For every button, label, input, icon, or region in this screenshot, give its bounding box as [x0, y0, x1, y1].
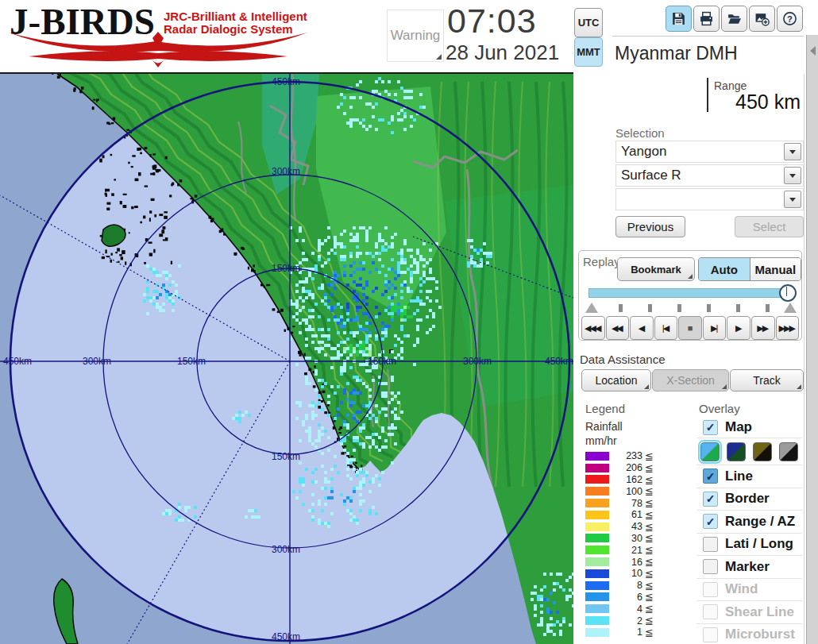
- step-forward-button[interactable]: ▶|: [703, 316, 727, 340]
- ring-label-450-left: 450km: [3, 356, 32, 367]
- overlay-row-lati-long[interactable]: Lati / Long: [696, 533, 802, 556]
- step-backward-button[interactable]: |◀: [654, 316, 678, 340]
- line-checkbox[interactable]: [703, 469, 718, 484]
- legend-operator: ≦: [645, 603, 654, 615]
- map-style-blue-green[interactable]: [700, 442, 720, 461]
- legend-color-swatch: [585, 464, 609, 472]
- overlay-row-line[interactable]: Line: [696, 465, 802, 488]
- legend-operator: ≦: [645, 462, 654, 474]
- x-section-button[interactable]: X-Section: [652, 369, 729, 391]
- help-button[interactable]: ?: [777, 6, 803, 32]
- dropdown-corner-icon: [688, 274, 693, 279]
- ring-label-450-top: 450km: [272, 76, 300, 87]
- replay-slider-handle[interactable]: [779, 284, 797, 302]
- border-checkbox[interactable]: [703, 492, 718, 507]
- legend-value: 162: [609, 474, 642, 485]
- legend-color-swatch: [585, 452, 609, 461]
- add-image-button[interactable]: [749, 6, 775, 32]
- extra-dropdown-button[interactable]: [784, 191, 801, 208]
- save-button[interactable]: [666, 6, 692, 32]
- timezone-utc-button[interactable]: UTC: [574, 8, 603, 37]
- range-start-marker[interactable]: [585, 303, 598, 313]
- warning-button[interactable]: Warning: [387, 10, 444, 62]
- play-button[interactable]: ▶: [727, 316, 750, 340]
- legend-section-label: Legend: [585, 402, 625, 415]
- legend-value: 61: [609, 509, 642, 520]
- ring-label-450-bottom: 450km: [272, 631, 300, 642]
- auto-mode-button[interactable]: Auto: [699, 258, 750, 280]
- chevron-down-icon: [789, 174, 796, 178]
- legend-color-swatch: [585, 616, 609, 625]
- dropdown-corner-icon: [436, 54, 442, 60]
- ring-label-300-left: 300km: [83, 356, 111, 367]
- track-button[interactable]: Track: [730, 369, 804, 391]
- legend-item: 10≦: [585, 568, 681, 580]
- previous-button[interactable]: Previous: [615, 216, 685, 237]
- legend-value: 4: [609, 604, 642, 615]
- range-value: 450 km: [693, 91, 801, 114]
- product-dropdown-button[interactable]: [784, 167, 801, 184]
- overlay-row-marker[interactable]: Marker: [696, 555, 802, 578]
- toolbar-separator: [612, 36, 804, 37]
- control-panel: Range 450 km Selection Yangon Surface R …: [573, 74, 804, 644]
- legend-item: 100≦: [585, 485, 681, 497]
- legend-item: 6≦: [585, 592, 681, 604]
- radar-map-canvas[interactable]: 450km 300km 150km 150km 300km 450km 450k…: [0, 72, 573, 644]
- panel-collapse-strip[interactable]: [806, 35, 818, 644]
- forward-triple-button[interactable]: ▶▶▶: [776, 316, 800, 340]
- forward-double-button[interactable]: ▶▶: [751, 316, 775, 340]
- select-button[interactable]: Select: [735, 216, 804, 237]
- microburst-checkbox: [703, 627, 718, 642]
- bookmark-label: Bookmark: [631, 264, 681, 276]
- open-folder-button[interactable]: [721, 6, 747, 32]
- tick-mark: [648, 304, 652, 312]
- save-icon: [671, 11, 686, 26]
- legend-operator: ≦: [645, 509, 654, 521]
- legend-value: 10: [609, 568, 642, 579]
- site-dropdown-button[interactable]: [784, 143, 801, 160]
- stop-button[interactable]: ■: [678, 316, 702, 340]
- location-button[interactable]: Location: [581, 369, 651, 391]
- map-style-gray-black[interactable]: [779, 442, 798, 461]
- marker-checkbox[interactable]: [703, 559, 718, 574]
- legend-color-swatch: [585, 557, 609, 566]
- map-checkbox[interactable]: [703, 420, 718, 435]
- replay-slider-ticks: [585, 302, 797, 314]
- rewind-triple-button[interactable]: ◀◀◀: [581, 316, 605, 340]
- jbirds-window: J-BIRDS JRC-Brilliant & Intelligent Rada…: [0, 0, 818, 644]
- rewind-double-button[interactable]: ◀◀: [606, 316, 630, 340]
- print-button[interactable]: [693, 6, 720, 32]
- product-dropdown[interactable]: Surface R: [615, 164, 804, 187]
- legend-item: 162≦: [585, 474, 681, 486]
- timezone-mmt-button[interactable]: MMT: [574, 37, 603, 67]
- overlay-row-microburst: Microburst: [696, 623, 802, 644]
- range-az-checkbox[interactable]: [703, 514, 718, 529]
- map-style-navy-darkgreen[interactable]: [727, 442, 746, 461]
- extra-dropdown[interactable]: [615, 188, 804, 210]
- ring-label-300-bottom: 300km: [272, 544, 300, 555]
- add-image-icon: [754, 11, 770, 26]
- legend-value: 8: [609, 580, 642, 591]
- play-reverse-button[interactable]: ◀: [630, 316, 654, 340]
- lati-long-checkbox[interactable]: [703, 537, 718, 552]
- range-end-marker[interactable]: [784, 303, 797, 313]
- overlay-row-shear-line: Shear Line: [696, 600, 802, 623]
- legend-item: 206≦: [585, 462, 681, 474]
- tick-mark: [736, 304, 740, 312]
- bookmark-button[interactable]: Bookmark: [617, 257, 695, 281]
- map-style-olive-black[interactable]: [753, 442, 772, 461]
- shear-line-checkbox: [703, 604, 718, 619]
- replay-timeline-slider[interactable]: [588, 287, 793, 297]
- ring-label-450-right: 450km: [545, 356, 573, 367]
- legend-color-swatch: [585, 487, 609, 496]
- legend-operator: ≦: [645, 615, 654, 627]
- manual-mode-button[interactable]: Manual: [750, 258, 801, 280]
- overlay-row-border[interactable]: Border: [696, 488, 802, 511]
- overlay-row-map[interactable]: Map: [696, 417, 802, 438]
- replay-slider-track[interactable]: [588, 288, 790, 298]
- overlay-row-range-az[interactable]: Range / AZ: [696, 510, 802, 533]
- legend-value: 43: [609, 521, 642, 532]
- site-dropdown[interactable]: Yangon: [615, 141, 804, 163]
- overlay-item-label: Line: [725, 469, 753, 484]
- overlay-item-label: Marker: [725, 559, 770, 575]
